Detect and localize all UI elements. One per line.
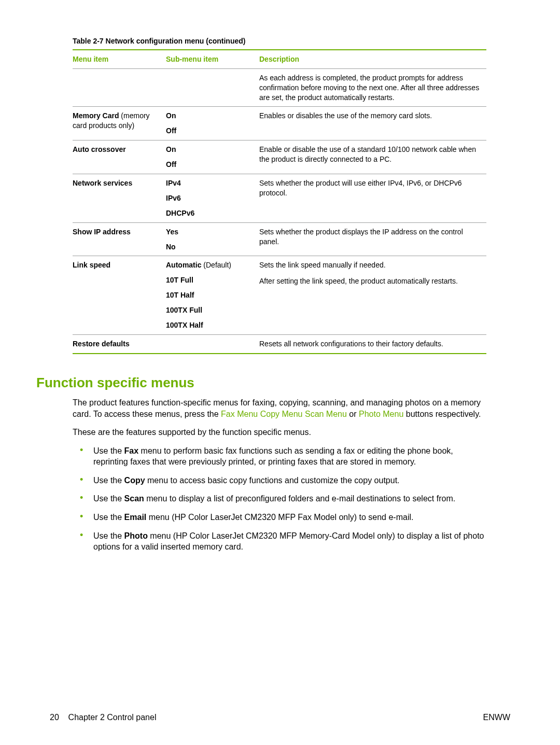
sub-list: Yes No <box>166 227 254 252</box>
cell-menu: Restore defaults <box>73 334 166 353</box>
sub-list: On Off <box>166 111 254 136</box>
chapter-label: Chapter 2 Control panel <box>68 713 157 722</box>
cell-desc: Sets the link speed manually if needed. … <box>259 256 486 334</box>
table-row: Show IP address Yes No Sets whether the … <box>73 222 486 256</box>
section-heading: Function specific menus <box>36 374 486 392</box>
cell-menu: Auto crossover <box>73 140 166 174</box>
list-item: Use the Fax menu to perform basic fax fu… <box>88 445 486 468</box>
th-description: Description <box>259 50 486 68</box>
sub-list: On Off <box>166 145 254 170</box>
list-item: Use the Copy menu to access basic copy f… <box>88 475 486 486</box>
cell-desc: Sets whether the product displays the IP… <box>259 222 486 256</box>
table-row: Restore defaults Resets all network conf… <box>73 334 486 353</box>
cell-menu: Link speed <box>73 256 166 334</box>
table-row: Link speed Automatic (Default) 10T Full … <box>73 256 486 334</box>
cell-desc: Enable or disable the use of a standard … <box>259 140 486 174</box>
list-item: Use the Email menu (HP Color LaserJet CM… <box>88 512 486 523</box>
th-sub-menu-item: Sub-menu item <box>166 50 259 68</box>
footer-right: ENWW <box>483 712 510 723</box>
page-number: 20 <box>50 713 59 722</box>
page-footer: 20 Chapter 2 Control panel ENWW <box>50 712 510 723</box>
content-area: Table 2-7 Network configuration menu (co… <box>73 36 486 553</box>
sub-list: IPv4 IPv6 DHCPv6 <box>166 178 254 218</box>
cell-menu: Network services <box>73 174 166 223</box>
table-row: Memory Card (memory card products only) … <box>73 107 486 140</box>
paragraph: The product features function-specific m… <box>73 397 486 419</box>
cell-desc: Sets whether the product will use either… <box>259 174 486 223</box>
caption-text: Network configuration menu (continued) <box>104 37 246 45</box>
table-row: Network services IPv4 IPv6 DHCPv6 Sets w… <box>73 174 486 223</box>
caption-number: Table 2-7 <box>73 37 104 45</box>
table-row: Auto crossover On Off Enable or disable … <box>73 140 486 174</box>
network-config-table: Menu item Sub-menu item Description As e… <box>73 49 486 354</box>
table-caption: Table 2-7 Network configuration menu (co… <box>73 36 486 46</box>
sub-list: Automatic (Default) 10T Full 10T Half 10… <box>166 260 254 330</box>
th-menu-item: Menu item <box>73 50 166 68</box>
cell-menu: Show IP address <box>73 222 166 256</box>
list-item: Use the Scan menu to display a list of p… <box>88 493 486 504</box>
footer-left: 20 Chapter 2 Control panel <box>50 712 156 723</box>
table-header-row: Menu item Sub-menu item Description <box>73 50 486 68</box>
bullet-list: Use the Fax menu to perform basic fax fu… <box>88 445 486 553</box>
cell-desc: As each address is completed, the produc… <box>259 68 486 107</box>
cell-menu: Memory Card (memory card products only) <box>73 107 166 140</box>
table-row: As each address is completed, the produc… <box>73 68 486 107</box>
paragraph: These are the features supported by the … <box>73 427 486 438</box>
page: Table 2-7 Network configuration menu (co… <box>0 0 560 745</box>
list-item: Use the Photo menu (HP Color LaserJet CM… <box>88 530 486 553</box>
cell-desc: Resets all network configurations to the… <box>259 334 486 353</box>
cell-desc: Enables or disables the use of the memor… <box>259 107 486 140</box>
